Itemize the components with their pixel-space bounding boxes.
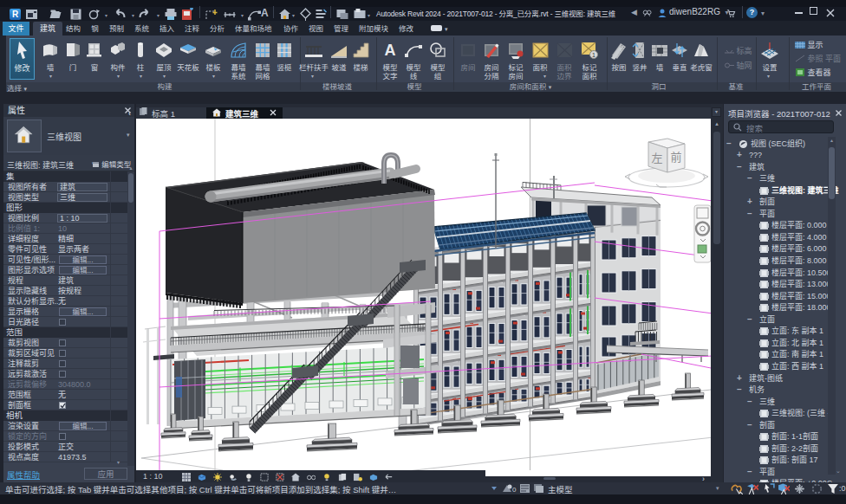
svg-text:1: 1 — [592, 52, 595, 58]
svg-text:左: 左 — [651, 152, 662, 165]
svg-text:A: A — [385, 42, 396, 59]
svg-text:前: 前 — [670, 151, 681, 164]
